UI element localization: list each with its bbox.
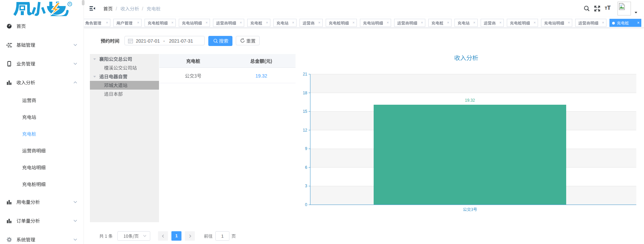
svg-text:12: 12 [303,128,308,133]
svg-text:9: 9 [305,146,307,151]
svg-text:6: 6 [305,165,307,170]
svg-text:19.32: 19.32 [465,98,475,103]
svg-text:R: R [69,2,71,6]
svg-text:0: 0 [305,202,307,207]
svg-text:18: 18 [303,91,308,95]
svg-text:3: 3 [305,184,307,188]
svg-text:15: 15 [303,109,308,114]
svg-text:21: 21 [303,72,308,77]
